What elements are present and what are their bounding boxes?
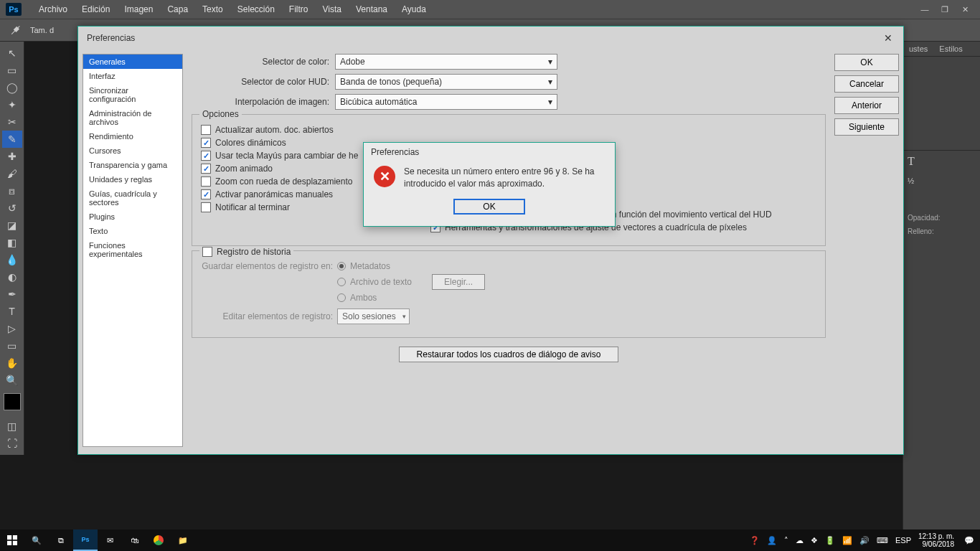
tools-panel: ↖ ▭ ◯ ✦ ✂ ✎ ✚ 🖌 ⧈ ↺ ◪ ◧ 💧 ◐ ✒ T ▷ ▭ ✋ 🔍 … [0,42,24,455]
check-auto-update[interactable] [201,125,211,135]
radio-metadata[interactable] [337,262,346,270]
opacity-label: Opacidad: [903,211,980,225]
sidebar-item-interfaz[interactable]: Interfaz [83,69,182,83]
text-tool[interactable]: T [2,303,22,320]
menu-ayuda[interactable]: Ayuda [395,4,433,14]
gradient-tool[interactable]: ◧ [2,234,22,251]
heal-tool[interactable]: ✚ [2,148,22,165]
pen-tool[interactable]: ✒ [2,286,22,303]
tab-styles[interactable]: Estilos [933,42,968,56]
search-icon[interactable]: 🔍 [24,529,49,551]
taskbar-mail[interactable]: ✉ [98,529,122,551]
tray-battery-icon[interactable]: 🔋 [825,536,835,545]
prefs-sidebar: Generales Interfaz Sincronizar configura… [83,54,183,447]
sidebar-item-cursors[interactable]: Cursores [83,143,182,158]
eyedropper-icon [9,24,22,37]
taskbar-store[interactable]: 🛍 [122,529,146,551]
choose-file-button[interactable]: Elegir... [432,274,485,290]
blur-tool[interactable]: 💧 [2,251,22,268]
history-brush-tool[interactable]: ↺ [2,199,22,217]
taskbar-photoshop[interactable]: Ps [73,529,98,551]
check-beep[interactable] [201,202,211,212]
sidebar-item-transparency[interactable]: Transparencia y gama [83,158,182,172]
tray-keyboard-icon[interactable]: ⌨ [877,536,888,545]
move-tool[interactable]: ↖ [2,44,22,62]
taskbar-chrome[interactable] [146,529,171,551]
tray-help-icon[interactable]: ❓ [750,536,760,545]
tray-onedrive-icon[interactable]: ☁ [796,536,804,545]
shape-tool[interactable]: ▭ [2,337,22,354]
quickmask-icon[interactable]: ◫ [2,418,22,435]
tray-lang[interactable]: ESP [895,536,911,545]
color-picker-select[interactable]: Adobe▾ [335,54,557,70]
prev-button[interactable]: Anterior [834,97,899,114]
alert-ok-button[interactable]: OK [453,199,525,215]
sidebar-item-filehandling[interactable]: Administración de archivos [83,106,182,129]
cancel-button[interactable]: Cancelar [834,75,899,93]
sidebar-item-type[interactable]: Texto [83,224,182,238]
check-flick-pan[interactable] [201,189,211,199]
marquee-tool[interactable]: ▭ [2,62,22,79]
check-shift-tool[interactable] [201,151,211,161]
restore-dialogs-button[interactable]: Restaurar todos los cuadros de diálogo d… [399,347,619,362]
menu-imagen[interactable]: Imagen [117,4,160,14]
tray-dropbox-icon[interactable]: ❖ [811,536,818,545]
menu-capa[interactable]: Capa [160,4,195,14]
path-tool[interactable]: ▷ [2,320,22,337]
dialog-title: Preferencias [87,33,135,43]
minimize-icon[interactable]: — [915,2,934,17]
tray-clock[interactable]: 12:13 p. m. 9/06/2018 [918,532,957,548]
tray-up-icon[interactable]: ˄ [784,536,788,545]
taskview-icon[interactable]: ⧉ [49,529,73,551]
foreground-color-icon[interactable] [4,393,21,410]
hud-picker-select[interactable]: Banda de tonos (pequeña)▾ [335,74,557,90]
maximize-icon[interactable]: ❐ [936,2,954,17]
sidebar-item-sync[interactable]: Sincronizar configuración [83,83,182,106]
tab-adjustments[interactable]: ustes [903,42,933,56]
menu-ventana[interactable]: Ventana [349,4,395,14]
interpolation-select[interactable]: Bicúbica automática▾ [335,94,557,110]
zoom-tool[interactable]: 🔍 [2,372,22,389]
eyedropper-tool[interactable]: ✎ [2,131,22,148]
radio-textfile[interactable] [337,278,346,286]
menu-texto[interactable]: Texto [195,4,230,14]
tray-people-icon[interactable]: 👤 [767,536,777,545]
sidebar-item-guides[interactable]: Guías, cuadrícula y sectores [83,187,182,209]
save-log-label: Guardar elementos de registro en: [201,261,337,271]
menu-filtro[interactable]: Filtro [282,4,316,14]
taskbar-explorer[interactable]: 📁 [171,529,195,551]
sidebar-item-units[interactable]: Unidades y reglas [83,172,182,187]
dodge-tool[interactable]: ◐ [2,268,22,286]
sidebar-item-performance[interactable]: Rendimiento [83,129,182,143]
check-history-log[interactable] [202,247,212,257]
menu-edicion[interactable]: Edición [75,4,117,14]
sidebar-item-generales[interactable]: Generales [83,55,182,69]
edit-log-select[interactable]: Solo sesiones [337,309,410,324]
sidebar-item-plugins[interactable]: Plugins [83,209,182,224]
ok-button[interactable]: OK [834,54,899,71]
menu-vista[interactable]: Vista [315,4,348,14]
brush-tool[interactable]: 🖌 [2,165,22,182]
screenmode-icon[interactable]: ⛶ [2,435,22,452]
tray-volume-icon[interactable]: 🔊 [859,536,870,545]
wand-tool[interactable]: ✦ [2,96,22,113]
next-button[interactable]: Siguiente [834,118,899,136]
dialog-close-icon[interactable]: ✕ [882,32,895,44]
tray-wifi-icon[interactable]: 📶 [842,536,852,545]
close-icon[interactable]: ✕ [956,2,974,17]
menu-archivo[interactable]: Archivo [32,4,75,14]
eraser-tool[interactable]: ◪ [2,217,22,234]
check-animated-zoom[interactable] [201,164,211,174]
check-scroll-zoom[interactable] [201,176,211,187]
tray-notifications-icon[interactable]: 💬 [964,536,974,545]
hand-tool[interactable]: ✋ [2,354,22,372]
sidebar-item-experimental[interactable]: Funciones experimentales [83,238,182,261]
alert-message: Se necesita un número entero entre 96 y … [404,166,605,190]
crop-tool[interactable]: ✂ [2,113,22,131]
start-button[interactable] [0,529,24,551]
stamp-tool[interactable]: ⧈ [2,182,22,199]
radio-both[interactable] [337,293,346,302]
check-dynamic-color[interactable] [201,138,211,148]
menu-seleccion[interactable]: Selección [230,4,282,14]
lasso-tool[interactable]: ◯ [2,79,22,96]
